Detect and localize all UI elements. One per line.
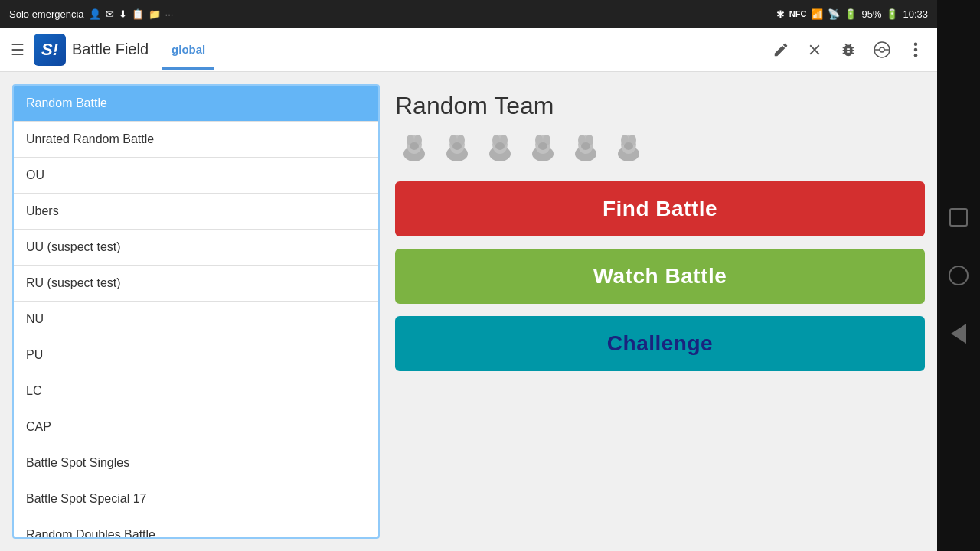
pokeball-icon-button[interactable] bbox=[868, 36, 896, 64]
battery-saver-icon: 🔋 bbox=[844, 8, 857, 20]
pokemon-slot-4 bbox=[524, 129, 564, 169]
app-title: Battle Field bbox=[72, 41, 149, 58]
person-icon: 👤 bbox=[89, 8, 101, 20]
list-item[interactable]: UU (suspect test) bbox=[14, 230, 378, 266]
bug-icon-button[interactable] bbox=[835, 36, 862, 64]
list-item[interactable]: Unrated Random Battle bbox=[14, 122, 378, 158]
main-content: Random Battle Unrated Random Battle OU U… bbox=[0, 72, 937, 551]
nav-square-button[interactable] bbox=[945, 204, 972, 231]
list-item[interactable]: OU bbox=[14, 158, 378, 194]
edit-icon-button[interactable] bbox=[767, 36, 795, 64]
status-right: ✱ NFC 📶 📡 🔋 95% 🔋 10:33 bbox=[776, 8, 928, 20]
file-icon: 📁 bbox=[149, 8, 161, 20]
status-bar: Solo emergencia 👤 ✉ ⬇ 📋 📁 ··· ✱ NFC 📶 📡 … bbox=[0, 0, 937, 28]
svg-point-2 bbox=[880, 47, 884, 52]
signal-icon: 📶 bbox=[811, 8, 823, 20]
list-item[interactable]: Ubers bbox=[14, 194, 378, 230]
more-icon: ··· bbox=[165, 8, 174, 20]
svg-point-30 bbox=[581, 142, 590, 150]
wifi-icon: 📡 bbox=[828, 8, 840, 20]
team-section: Random Team bbox=[395, 92, 925, 169]
mail-icon: ✉ bbox=[106, 8, 114, 20]
svg-point-3 bbox=[914, 42, 918, 46]
watch-battle-button[interactable]: Watch Battle bbox=[395, 249, 925, 304]
nav-back-button[interactable] bbox=[945, 320, 972, 347]
global-tab[interactable]: global bbox=[162, 38, 214, 60]
list-item[interactable]: Battle Spot Special 17 bbox=[14, 481, 378, 517]
pokemon-slot-6 bbox=[609, 129, 649, 169]
svg-point-15 bbox=[452, 142, 462, 150]
list-item[interactable]: NU bbox=[14, 302, 378, 337]
svg-point-25 bbox=[538, 142, 547, 150]
find-battle-button[interactable]: Find Battle bbox=[395, 181, 925, 236]
svg-point-35 bbox=[624, 142, 633, 150]
app-logo: S! bbox=[34, 34, 66, 66]
hamburger-menu[interactable]: ☰ bbox=[8, 37, 28, 62]
list-item[interactable]: CAP bbox=[14, 409, 378, 445]
list-item[interactable]: Battle Spot Singles bbox=[14, 445, 378, 481]
clock: 10:33 bbox=[903, 8, 928, 20]
list-item[interactable]: RU (suspect test) bbox=[14, 266, 378, 302]
list-item[interactable]: LC bbox=[14, 373, 378, 409]
pokemon-slot-1 bbox=[395, 129, 435, 169]
battery-icon: 🔋 bbox=[886, 8, 898, 20]
list-item[interactable]: PU bbox=[14, 337, 378, 373]
team-title: Random Team bbox=[395, 92, 925, 120]
right-panel: Random Team bbox=[395, 84, 925, 539]
svg-point-4 bbox=[914, 47, 918, 51]
pokemon-icons-row bbox=[395, 129, 925, 169]
download-icon: ⬇ bbox=[119, 8, 127, 20]
svg-point-20 bbox=[495, 142, 505, 150]
app-name-status: Solo emergencia bbox=[9, 8, 84, 20]
phone-nav-bar bbox=[937, 0, 980, 551]
pokemon-slot-3 bbox=[481, 129, 521, 169]
pokemon-slot-5 bbox=[567, 129, 606, 169]
nav-home-button[interactable] bbox=[945, 262, 972, 289]
more-options-icon[interactable] bbox=[902, 36, 929, 64]
close-icon-button[interactable] bbox=[801, 36, 828, 64]
battery-percent: 95% bbox=[861, 8, 881, 20]
pokemon-slot-2 bbox=[438, 129, 478, 169]
svg-point-5 bbox=[914, 54, 918, 57]
toolbar: ☰ S! Battle Field global bbox=[0, 28, 937, 72]
battle-list-panel: Random Battle Unrated Random Battle OU U… bbox=[12, 84, 380, 539]
status-left: Solo emergencia 👤 ✉ ⬇ 📋 📁 ··· bbox=[9, 8, 173, 20]
challenge-button[interactable]: Challenge bbox=[395, 316, 925, 371]
bluetooth-icon: ✱ bbox=[776, 8, 785, 20]
list-item[interactable]: Random Doubles Battle bbox=[14, 517, 378, 539]
list-item[interactable]: Random Battle bbox=[14, 86, 378, 122]
svg-point-10 bbox=[410, 142, 419, 150]
inbox-icon: 📋 bbox=[132, 8, 144, 20]
nfc-icon: NFC bbox=[789, 9, 807, 18]
